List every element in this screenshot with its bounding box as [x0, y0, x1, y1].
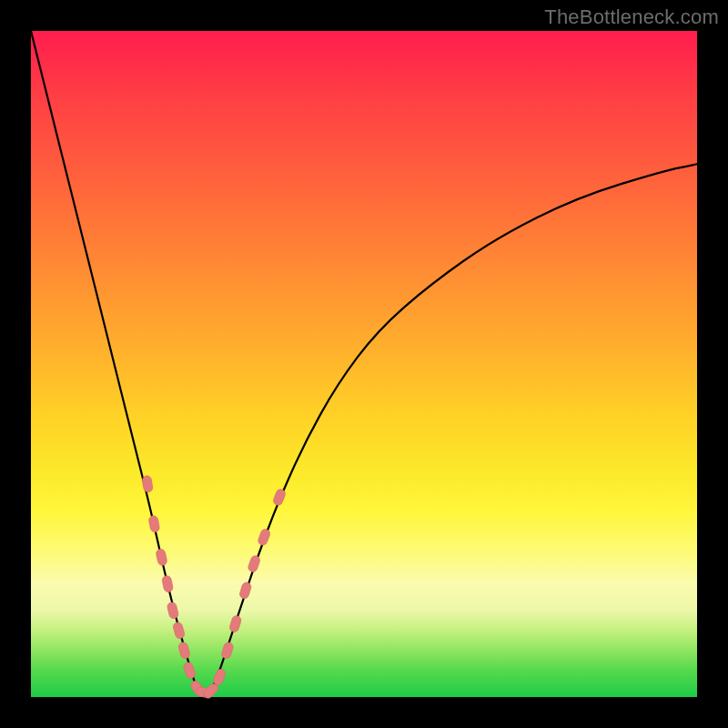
- chart-frame: TheBottleneck.com: [0, 0, 728, 728]
- watermark-text: TheBottleneck.com: [544, 5, 719, 29]
- curve-marker: [221, 642, 235, 660]
- curve-marker: [177, 642, 190, 660]
- curve-marker: [228, 614, 242, 632]
- curve-marker: [257, 528, 271, 546]
- chart-svg: [31, 31, 697, 697]
- curve-marker: [172, 622, 186, 640]
- curve-marker: [167, 602, 179, 620]
- curve-marker: [156, 548, 168, 566]
- curve-marker: [248, 554, 261, 572]
- curve-marker: [183, 662, 197, 680]
- bottleneck-curve: [31, 31, 697, 695]
- curve-marker: [142, 475, 154, 492]
- curve-markers: [142, 475, 287, 700]
- plot-area: [31, 31, 697, 697]
- curve-marker: [238, 581, 252, 600]
- curve-marker: [161, 575, 174, 593]
- curve-marker: [148, 515, 160, 533]
